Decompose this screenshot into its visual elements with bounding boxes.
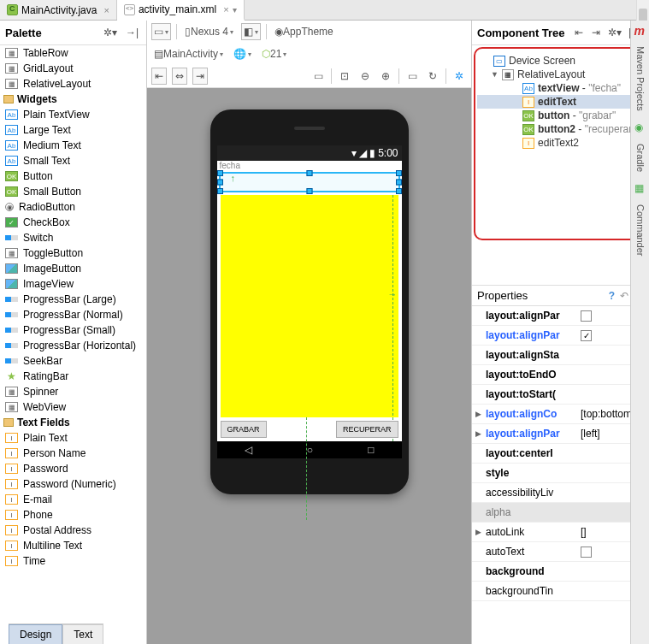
resize-handle[interactable] xyxy=(396,170,402,176)
property-row[interactable]: ▶layout:alignCo[top:bottom, rig... xyxy=(472,405,649,424)
config-button[interactable]: ◧▾ xyxy=(241,23,261,40)
property-row[interactable]: alpha xyxy=(472,503,649,523)
resize-handle[interactable] xyxy=(306,188,312,194)
api-select[interactable]: ⬡ 21▾ xyxy=(259,45,289,62)
palette-item[interactable]: ITime xyxy=(0,553,146,569)
property-row[interactable]: autoText xyxy=(472,542,649,562)
property-row[interactable]: layout:centerI xyxy=(472,444,649,464)
property-row[interactable]: style xyxy=(472,464,649,483)
button-grabar[interactable]: GRABAR xyxy=(221,421,267,438)
zoom-out-button[interactable]: ⊖ xyxy=(357,68,373,85)
palette-item[interactable]: OKSmall Button xyxy=(0,184,146,199)
help-icon[interactable]: ? xyxy=(609,290,615,302)
expand-icon[interactable]: ▶ xyxy=(475,528,484,536)
checkbox-icon[interactable]: ✓ xyxy=(581,330,592,341)
align-center-button[interactable]: ⇔ xyxy=(172,68,187,85)
palette-category[interactable]: Text Fields xyxy=(0,415,146,430)
edittext-selected[interactable] xyxy=(219,172,400,192)
zoom-fit-button[interactable]: ⊡ xyxy=(337,68,352,85)
tab-mainactivity-java[interactable]: MainActivity.java × xyxy=(0,0,117,20)
device-select[interactable]: ▯ Nexus 4▾ xyxy=(182,23,236,40)
property-row[interactable]: accessibilityLiv xyxy=(472,483,649,503)
palette-item[interactable]: IPassword (Numeric) xyxy=(0,476,146,492)
locale-button[interactable]: 🌐▾ xyxy=(231,45,254,62)
properties-list[interactable]: layout:alignParlayout:alignPar✓layout:al… xyxy=(472,306,649,644)
palette-item[interactable]: IPerson Name xyxy=(0,446,146,461)
expand-icon[interactable]: ▼ xyxy=(491,70,499,79)
align-left-button[interactable]: ⇤ xyxy=(151,68,167,85)
resize-handle[interactable] xyxy=(396,180,402,186)
palette-item[interactable]: ProgressBar (Large) xyxy=(0,292,146,307)
palette-item[interactable]: AbPlain TextView xyxy=(0,107,146,122)
resize-handle[interactable] xyxy=(217,188,223,194)
textview-fecha[interactable]: fecha xyxy=(220,161,240,170)
palette-item[interactable]: ▦WebView xyxy=(0,399,146,415)
expand-icon[interactable]: ▶ xyxy=(475,410,484,418)
component-tree[interactable]: ▭Device Screen▼▦RelativeLayoutAbtextView… xyxy=(474,47,647,240)
activity-select[interactable]: ▤ MainActivity▾ xyxy=(151,45,226,62)
tree-node[interactable]: ▭Device Screen xyxy=(477,54,644,68)
checkbox-icon[interactable] xyxy=(581,310,592,322)
tree-node[interactable]: IeditText2 xyxy=(477,136,644,150)
tab-text[interactable]: Text xyxy=(62,624,103,644)
tree-node[interactable]: OKbutton - "grabar" xyxy=(477,109,644,122)
palette-item[interactable]: AbLarge Text xyxy=(0,122,146,138)
refresh-button[interactable]: ↻ xyxy=(425,68,440,85)
property-row[interactable]: layout:alignPar xyxy=(472,306,649,326)
property-row[interactable]: layout:alignSta xyxy=(472,346,649,365)
property-row[interactable]: layout:toEndO xyxy=(472,365,649,385)
palette-item[interactable]: ✓CheckBox xyxy=(0,215,146,230)
collapse-all-button[interactable]: ⇥ xyxy=(588,24,604,41)
select-button[interactable]: ▭ xyxy=(310,68,326,85)
tree-node[interactable]: IeditText xyxy=(477,95,644,109)
palette-item[interactable]: ProgressBar (Horizontal) xyxy=(0,338,146,353)
property-row[interactable]: ▶layout:alignPar[left] xyxy=(472,424,649,444)
tab-design[interactable]: Design xyxy=(9,624,62,644)
tab-activity-main-xml[interactable]: activity_main.xml × ▾ xyxy=(117,0,245,21)
property-row[interactable]: ▶autoLink[] xyxy=(472,523,649,542)
palette-item[interactable]: ▦Spinner xyxy=(0,384,146,399)
palette-item[interactable]: ▦ToggleButton xyxy=(0,245,146,261)
device-orientation-button[interactable]: ▭▾ xyxy=(151,23,171,40)
property-row[interactable]: layout:alignPar✓ xyxy=(472,326,649,346)
toggle-button[interactable]: ▭ xyxy=(404,68,420,85)
palette-item[interactable]: IMultiline Text xyxy=(0,538,146,553)
property-value[interactable]: [] xyxy=(581,526,587,538)
palette-item[interactable]: ProgressBar (Small) xyxy=(0,322,146,338)
palette-item[interactable]: ▦TableRow xyxy=(0,45,146,61)
palette-item[interactable]: ImageView xyxy=(0,276,146,292)
property-row[interactable]: backgroundTin xyxy=(472,582,649,601)
gradle-tab[interactable]: Gradle xyxy=(635,140,646,175)
palette-item[interactable]: AbMedium Text xyxy=(0,138,146,153)
property-row[interactable]: layout:toStart( xyxy=(472,385,649,405)
tree-node[interactable]: ▼▦RelativeLayout xyxy=(477,68,644,81)
resize-handle[interactable] xyxy=(217,180,223,186)
align-right-button[interactable]: ⇥ xyxy=(192,68,208,85)
property-row[interactable]: background xyxy=(472,562,649,582)
resize-handle[interactable] xyxy=(306,170,312,176)
zoom-in-button[interactable]: ⊕ xyxy=(378,68,393,85)
expand-all-button[interactable]: ⇤ xyxy=(571,24,587,41)
palette-item[interactable]: ▦RelativeLayout xyxy=(0,76,146,92)
designer-canvas[interactable]: ▾ ◢ ▮ 5:00 fecha ↑ xyxy=(147,88,471,644)
palette-category[interactable]: Widgets xyxy=(0,92,146,107)
palette-item[interactable]: IPlain Text xyxy=(0,430,146,446)
palette-item[interactable]: OKButton xyxy=(0,168,146,184)
resize-handle[interactable] xyxy=(217,170,223,176)
undo-icon[interactable]: ↶ xyxy=(620,290,628,302)
palette-item[interactable]: SeekBar xyxy=(0,353,146,369)
palette-item[interactable]: ◉RadioButton xyxy=(0,199,146,215)
close-icon[interactable]: × xyxy=(100,5,109,15)
app-preview-area[interactable]: fecha ↑ → xyxy=(217,161,402,441)
palette-item[interactable]: ImageButton xyxy=(0,261,146,276)
button-recuperar[interactable]: RECUPERAR xyxy=(336,421,398,438)
tree-node[interactable]: OKbutton2 - "recuperar" xyxy=(477,122,644,136)
palette-item[interactable]: AbSmall Text xyxy=(0,153,146,168)
checkbox-icon[interactable] xyxy=(581,547,592,558)
palette-item[interactable]: ▦GridLayout xyxy=(0,61,146,76)
tree-node[interactable]: AbtextView - "fecha" xyxy=(477,81,644,95)
commander-tab[interactable]: Commander xyxy=(635,201,646,260)
palette-item[interactable]: ★RatingBar xyxy=(0,369,146,384)
pin-icon[interactable]: ▾ xyxy=(233,5,237,15)
maven-projects-tab[interactable]: Maven Projects xyxy=(635,43,646,115)
